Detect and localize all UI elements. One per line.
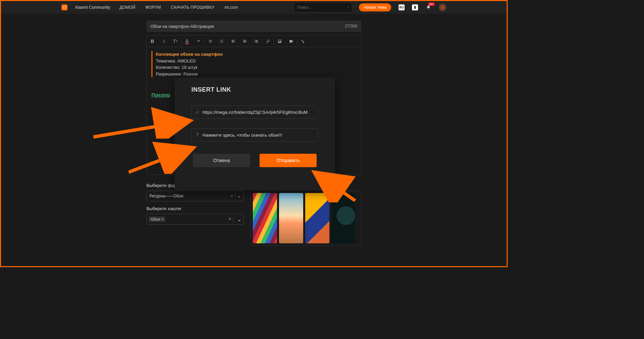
svg-rect-3 (414, 6, 416, 9)
video-button[interactable] (285, 36, 297, 47)
cover-thumbnail[interactable] (279, 193, 303, 243)
char-counter: 27/300 (345, 24, 357, 29)
svg-point-0 (63, 6, 66, 9)
notification-count: 99+ (428, 2, 435, 6)
font-size-button[interactable]: TT (170, 36, 181, 47)
align-left-button[interactable] (228, 36, 239, 47)
nav-item-micom[interactable]: mi.com (224, 5, 238, 10)
cover-thumbnail[interactable] (305, 193, 329, 243)
forum-select[interactable]: Ресурсы——Обои × ⌄ (146, 191, 244, 201)
new-thread-button[interactable]: Новая тема (359, 3, 391, 11)
clear-icon[interactable]: × (229, 194, 235, 198)
cover-thumbnail[interactable] (331, 193, 356, 243)
submit-button[interactable]: Отправить (260, 154, 317, 167)
search-box[interactable] (294, 3, 352, 12)
preview-link-text: Предпр (151, 92, 170, 98)
nav-item-firmware[interactable]: СКАЧАТЬ ПРОШИВКУ (171, 5, 215, 10)
editor-toolbar: B I TT A (147, 36, 361, 47)
svg-point-4 (220, 40, 221, 40)
search-input[interactable] (297, 5, 348, 10)
align-right-button[interactable] (250, 36, 262, 47)
link-button[interactable] (262, 36, 274, 47)
user-avatar[interactable] (439, 4, 446, 11)
notifications-button[interactable]: 99+ (425, 4, 431, 10)
top-navigation: Xiaomi Community ДОМОЙ ФОРУМ СКАЧАТЬ ПРО… (1, 1, 507, 14)
chevron-down-icon: ⌄ (235, 216, 241, 223)
link-url-field[interactable] (191, 105, 318, 119)
quote-line: Разрешение: Разное (156, 71, 356, 78)
image-button[interactable] (274, 36, 285, 47)
svg-point-6 (220, 42, 221, 43)
cover-thumbnails (250, 191, 361, 246)
svg-point-5 (220, 41, 221, 42)
post-title-value: Обои на смартфон-Абстракция (150, 24, 345, 29)
link-text-input[interactable] (202, 133, 315, 138)
hashtag-chip[interactable]: Обои × (149, 216, 166, 222)
hashtag-label: Выберите хэштег (146, 206, 244, 211)
quote-line: Тематика: AMOLED (156, 58, 356, 64)
phone-icon[interactable] (412, 4, 418, 10)
forum-select-value: Ресурсы——Обои (149, 194, 183, 198)
quote-title: Коллекция обоев на смартфон (156, 51, 356, 58)
unordered-list-button[interactable] (216, 36, 227, 47)
text-icon (195, 133, 200, 137)
ordered-list-button[interactable] (204, 36, 216, 47)
quote-button[interactable] (193, 36, 204, 47)
remove-chip-icon[interactable]: × (161, 217, 163, 221)
search-icon (348, 5, 349, 10)
quote-block: Коллекция обоев на смартфон Тематика: AM… (151, 51, 356, 77)
chevron-down-icon: ⌄ (235, 194, 241, 198)
text-color-button[interactable]: A (181, 36, 193, 47)
brand-name[interactable]: Xiaomi Community (75, 5, 110, 10)
bold-button[interactable]: B (147, 36, 158, 47)
italic-button[interactable]: I (158, 36, 170, 47)
cancel-button[interactable]: Отмена (193, 154, 250, 167)
svg-point-2 (65, 7, 65, 7)
modal-title: INSERT LINK (191, 86, 318, 93)
link-url-input[interactable] (202, 110, 315, 115)
nav-menu: ДОМОЙ ФОРУМ СКАЧАТЬ ПРОШИВКУ mi.com (120, 5, 238, 10)
insert-link-modal: INSERT LINK Отмена Отправить (175, 78, 335, 190)
clear-icon[interactable]: × (226, 216, 234, 222)
nav-item-home[interactable]: ДОМОЙ (120, 5, 135, 10)
quote-line: Количество: 18 штук (156, 64, 356, 71)
post-title-input[interactable]: Обои на смартфон-Абстракция 27/300 (146, 20, 361, 32)
logo-icon (61, 4, 67, 10)
cover-thumbnail[interactable] (253, 193, 277, 243)
clear-format-button[interactable] (297, 36, 309, 47)
link-text-field[interactable] (191, 128, 318, 142)
language-badge[interactable]: RU (399, 4, 405, 10)
hashtag-select[interactable]: Обои × × ⌄ (146, 214, 244, 225)
svg-point-1 (64, 7, 64, 7)
link-icon (195, 110, 200, 114)
nav-item-forum[interactable]: ФОРУМ (145, 5, 161, 10)
align-center-button[interactable] (239, 36, 250, 47)
